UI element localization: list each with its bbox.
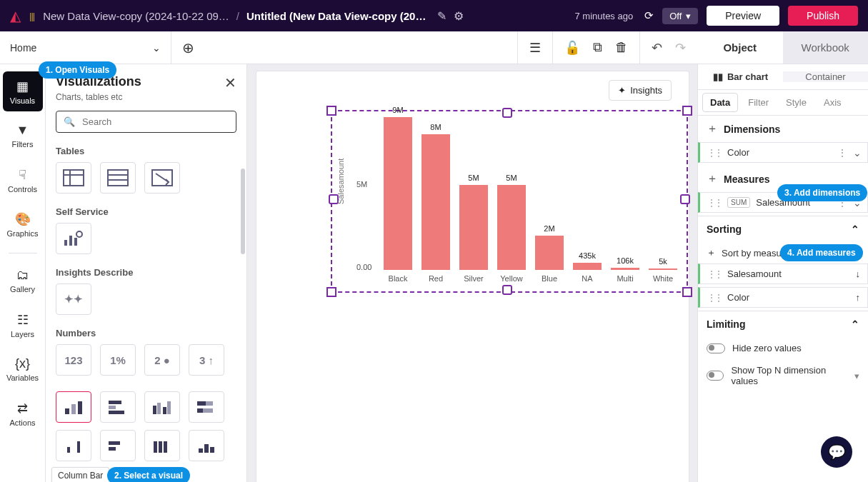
plus-icon[interactable]: ＋ xyxy=(707,171,718,186)
tab-style[interactable]: Style xyxy=(779,94,814,111)
duplicate-icon[interactable]: ⧉ xyxy=(593,40,602,55)
resize-handle[interactable] xyxy=(680,194,690,204)
add-page-button[interactable]: ⊕ xyxy=(171,31,204,64)
preview-button[interactable]: Preview xyxy=(707,6,779,26)
svg-rect-13 xyxy=(78,401,82,414)
resize-handle[interactable] xyxy=(502,285,512,295)
chat-icon: 💬 xyxy=(828,443,846,461)
svg-rect-24 xyxy=(203,408,213,413)
tile-stacked-h[interactable] xyxy=(189,391,224,423)
scrollbar[interactable] xyxy=(241,169,245,254)
redo-button[interactable]: ↷ xyxy=(675,40,686,56)
canvas-page[interactable]: ✦ Insights Salesamount 5M 0.00 9M8M5M5M2… xyxy=(256,71,689,482)
rail-visuals[interactable]: ▦ Visuals xyxy=(3,71,43,111)
tile-bar-sparse[interactable] xyxy=(56,430,91,461)
tile-table-alt[interactable] xyxy=(100,162,136,194)
rail-gallery[interactable]: 🗂 Gallery xyxy=(3,261,43,301)
undo-button[interactable]: ↶ xyxy=(652,40,662,56)
tile-self-service[interactable] xyxy=(56,223,91,254)
show-topn-toggle[interactable]: Show Top N dimension values ▾ xyxy=(698,359,868,392)
svg-rect-14 xyxy=(109,401,121,404)
toolbar: Home ⌄ ⊕ ☰ 🔓 ⧉ 🗑 ↶ ↷ Object Workbook xyxy=(0,31,868,64)
rail-variables[interactable]: {x} Variables xyxy=(3,349,43,389)
rail-controls[interactable]: ☟ Controls xyxy=(3,160,43,200)
tile-table[interactable] xyxy=(56,162,91,194)
breadcrumb-parent[interactable]: New Data View-copy (2024-10-22 09… xyxy=(43,10,229,22)
app-logo[interactable]: ◭ xyxy=(10,7,21,24)
resize-handle[interactable] xyxy=(326,106,336,116)
tile-grouped[interactable] xyxy=(144,391,180,423)
tab-workbook[interactable]: Workbook xyxy=(783,31,869,64)
tile-bar-h2[interactable] xyxy=(100,430,136,461)
tile-insights[interactable]: ✦✦ xyxy=(56,283,91,315)
x-axis-label: White xyxy=(645,274,681,283)
kebab-icon[interactable]: ⋮ xyxy=(837,147,847,159)
rail-layers[interactable]: ☷ Layers xyxy=(3,305,43,345)
edit-icon[interactable]: ✎ xyxy=(437,9,447,23)
layers-tool[interactable]: ☰ xyxy=(517,31,552,64)
tile-dense-cols[interactable] xyxy=(144,430,180,461)
breadcrumb-current[interactable]: Untitled (New Data View-copy (20… xyxy=(246,10,426,22)
close-icon[interactable]: ✕ xyxy=(224,74,236,91)
grip-icon[interactable]: ⋮⋮ xyxy=(707,269,722,279)
grip-icon[interactable]: ⋮⋮ xyxy=(707,293,722,303)
list-icon[interactable]: ||| xyxy=(29,11,34,21)
tile-number-trend[interactable]: 3 ↑ xyxy=(189,344,224,376)
sort-asc-icon[interactable]: ↑ xyxy=(856,292,861,303)
sort-chip[interactable]: ⋮⋮ Salesamount ↓ xyxy=(698,263,868,284)
sorting-section[interactable]: Sorting ⌃ xyxy=(698,216,868,242)
tab-object[interactable]: Object xyxy=(697,31,783,64)
limiting-section[interactable]: Limiting ⌃ xyxy=(698,311,868,337)
chart-selection[interactable]: Salesamount 5M 0.00 9M8M5M5M2M435k106k5k… xyxy=(331,110,688,293)
x-axis-label: Yellow xyxy=(494,274,529,283)
lock-icon[interactable]: 🔓 xyxy=(564,40,580,56)
refresh-icon[interactable]: ⟳ xyxy=(644,9,654,22)
chevron-down-icon: ▾ xyxy=(854,371,859,381)
dimension-chip[interactable]: ⋮⋮ Color ⋮ ⌄ xyxy=(698,142,868,163)
rail-filters[interactable]: ▼ Filters xyxy=(3,116,43,156)
filter-icon: ▼ xyxy=(16,123,29,138)
bar-value-label: 5M xyxy=(452,174,495,182)
search-input-wrap[interactable]: 🔍 xyxy=(56,111,236,133)
grip-icon[interactable]: ⋮⋮ xyxy=(707,148,722,158)
sort-desc-icon[interactable]: ↓ xyxy=(856,268,861,279)
tile-number-123[interactable]: 123 xyxy=(56,344,91,376)
aggregation-badge: SUM xyxy=(727,197,750,208)
hide-zero-toggle[interactable]: Hide zero values xyxy=(698,337,868,359)
chat-fab[interactable]: 💬 xyxy=(821,436,852,468)
canvas[interactable]: ✦ Insights Salesamount 5M 0.00 9M8M5M5M2… xyxy=(247,64,697,482)
tile-number-dot[interactable]: 2 ● xyxy=(144,344,180,376)
svg-rect-26 xyxy=(77,441,80,453)
insights-button[interactable]: ✦ Insights xyxy=(609,80,672,101)
resize-handle[interactable] xyxy=(682,106,692,116)
callout-3: 3. Add dimensions xyxy=(777,184,867,201)
tile-column-bar[interactable] xyxy=(56,391,91,423)
subtab-barchart[interactable]: ▮▮ Bar chart xyxy=(698,71,783,82)
chevron-down-icon[interactable]: ⌄ xyxy=(853,147,862,159)
grip-icon[interactable]: ⋮⋮ xyxy=(707,198,722,208)
search-input[interactable] xyxy=(81,116,229,128)
chevron-up-icon: ⌃ xyxy=(851,318,859,330)
trash-icon[interactable]: 🗑 xyxy=(615,40,628,55)
tile-bar-h[interactable] xyxy=(100,391,136,423)
section-numbers: Numbers xyxy=(56,328,236,338)
subtab-container[interactable]: Container xyxy=(783,71,868,82)
tab-data[interactable]: Data xyxy=(702,93,738,112)
resize-handle[interactable] xyxy=(326,287,336,297)
x-axis-label: Red xyxy=(418,274,454,283)
rail-actions[interactable]: ⇄ Actions xyxy=(3,393,43,433)
gear-icon[interactable]: ⚙ xyxy=(454,9,464,23)
tile-step[interactable] xyxy=(189,430,224,461)
page-selector[interactable]: Home ⌄ xyxy=(0,31,171,64)
tile-number-pct[interactable]: 1% xyxy=(100,344,136,376)
plus-icon[interactable]: ＋ xyxy=(707,121,718,136)
resize-handle[interactable] xyxy=(682,287,692,297)
state-dropdown[interactable]: Off ▾ xyxy=(662,8,698,24)
sort-chip[interactable]: ⋮⋮ Color ↑ xyxy=(698,287,868,308)
svg-rect-15 xyxy=(109,406,116,409)
tile-pivot[interactable] xyxy=(144,162,180,194)
tab-axis[interactable]: Axis xyxy=(817,94,849,111)
rail-graphics[interactable]: 🎨 Graphics xyxy=(3,204,43,244)
publish-button[interactable]: Publish xyxy=(788,6,858,26)
tab-filter[interactable]: Filter xyxy=(741,94,776,111)
